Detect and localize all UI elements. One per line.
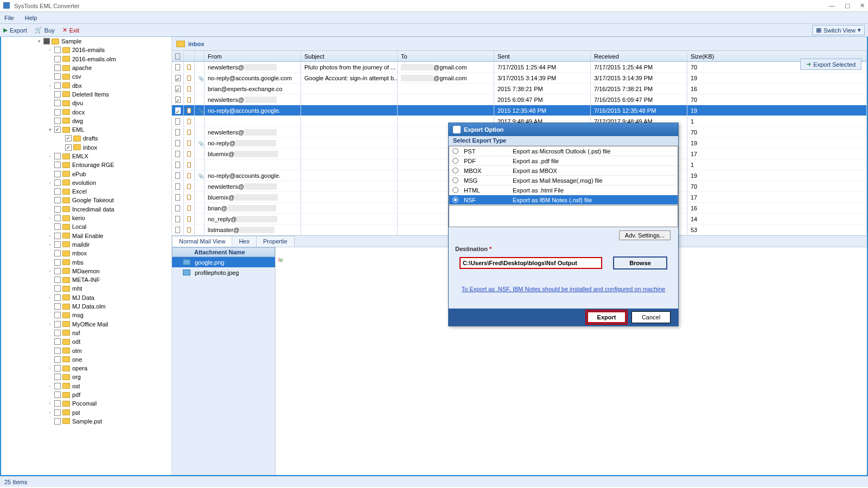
tree-checkbox[interactable]	[54, 126, 61, 133]
tree-checkbox[interactable]	[54, 109, 61, 115]
tree-checkbox[interactable]	[54, 171, 61, 177]
tree-item[interactable]: › MJ Data	[1, 293, 171, 302]
tree-checkbox[interactable]	[54, 330, 61, 336]
browse-button[interactable]: Browse	[613, 256, 667, 269]
tree-checkbox[interactable]	[54, 250, 61, 256]
row-checkbox[interactable]	[175, 205, 180, 211]
row-checkbox[interactable]	[175, 97, 181, 103]
tree-item[interactable]: › 2016-emails	[1, 46, 171, 54]
tree-item[interactable]: ePub	[1, 169, 171, 178]
expand-icon[interactable]: ›	[47, 365, 53, 371]
tree-checkbox[interactable]	[54, 223, 61, 230]
tree-checkbox[interactable]	[54, 303, 61, 310]
attachment-row[interactable]: profilephoto.jpeg	[172, 267, 275, 278]
col-from[interactable]: From	[205, 51, 301, 61]
tree-checkbox[interactable]	[54, 153, 61, 159]
tree-item[interactable]: › pst	[1, 408, 171, 416]
tree-checkbox[interactable]	[54, 374, 61, 380]
tree-checkbox[interactable]	[54, 47, 61, 53]
expand-icon[interactable]: ›	[47, 180, 53, 185]
tree-checkbox[interactable]	[43, 38, 50, 44]
select-all-checkbox[interactable]	[175, 53, 180, 60]
expand-icon[interactable]: ›	[47, 233, 53, 239]
row-checkbox[interactable]	[175, 162, 180, 168]
tree-checkbox[interactable]	[54, 241, 61, 248]
col-subject[interactable]: Subject	[301, 51, 398, 61]
row-checkbox[interactable]	[175, 172, 180, 179]
tree-item[interactable]: › kerio	[1, 214, 171, 222]
minimize-button[interactable]: —	[829, 2, 835, 9]
tree-item[interactable]: Entourage RGE	[1, 160, 171, 169]
tree-checkbox[interactable]	[54, 118, 61, 124]
tree-checkbox[interactable]	[54, 233, 61, 239]
tree-checkbox[interactable]	[54, 312, 61, 318]
tree-item[interactable]: › maildir	[1, 240, 171, 249]
tree-item[interactable]: msg	[1, 311, 171, 319]
mail-row[interactable]: no-reply@accounts.google. 2015 12:35:48 …	[172, 105, 867, 116]
export-format-option[interactable]: MSG Export as Mail Message(.msg) file	[449, 176, 678, 185]
tree-checkbox[interactable]	[54, 56, 61, 62]
radio-icon[interactable]	[452, 187, 458, 193]
maximize-button[interactable]: ▢	[845, 2, 850, 9]
expand-icon[interactable]: ›	[47, 153, 53, 159]
tree-checkbox[interactable]	[54, 65, 61, 71]
close-button[interactable]: ✕	[860, 2, 865, 9]
tree-item[interactable]: Excel	[1, 187, 171, 196]
tree-item[interactable]: drafts	[1, 134, 171, 143]
tree-checkbox[interactable]	[54, 294, 61, 301]
tree-checkbox[interactable]	[54, 409, 61, 416]
mail-row[interactable]: no-reply@accounts.google.com Google Acco…	[172, 73, 867, 84]
row-checkbox[interactable]	[175, 118, 180, 125]
tree-item[interactable]: ▾ Sample	[1, 37, 171, 46]
row-checkbox[interactable]	[175, 140, 180, 146]
row-checkbox[interactable]	[175, 151, 180, 157]
tree-item[interactable]: Local	[1, 222, 171, 231]
tree-checkbox[interactable]	[54, 259, 61, 266]
switch-view-button[interactable]: ▦ Switch View ▾	[812, 25, 865, 35]
tree-item[interactable]: › EMLX	[1, 152, 171, 160]
tree-checkbox[interactable]	[54, 321, 61, 328]
tree-checkbox[interactable]	[54, 285, 61, 292]
tab-hex[interactable]: Hex	[232, 236, 257, 247]
buy-button[interactable]: 🛒 Buy	[35, 27, 55, 34]
expand-icon[interactable]: ›	[47, 242, 53, 247]
radio-icon[interactable]	[452, 158, 458, 164]
row-checkbox[interactable]	[175, 183, 180, 190]
tree-checkbox[interactable]	[54, 179, 61, 186]
tree-item[interactable]: › MDaemon	[1, 267, 171, 275]
expand-icon[interactable]: ›	[47, 215, 53, 221]
tree-item[interactable]: docx	[1, 107, 171, 116]
tree-checkbox[interactable]	[54, 400, 61, 407]
tree-checkbox[interactable]	[54, 162, 61, 168]
export-format-option[interactable]: MBOX Export as MBOX	[449, 166, 678, 176]
destination-input[interactable]	[459, 257, 602, 269]
row-checkbox[interactable]	[175, 194, 180, 201]
tab-normal[interactable]: Normal Mail View	[172, 236, 232, 247]
expand-icon[interactable]: ›	[47, 295, 53, 300]
tree-item[interactable]: 2016-emails.olm	[1, 55, 171, 63]
row-checkbox[interactable]	[175, 75, 181, 81]
tree-item[interactable]: › dbx	[1, 81, 171, 89]
export-selected-button[interactable]: ➜ Export Selected	[800, 59, 861, 70]
tree-item[interactable]: one	[1, 355, 171, 364]
exit-button[interactable]: ✕ Exit	[62, 27, 79, 34]
export-button[interactable]: ▶ Export	[3, 27, 27, 34]
export-format-option[interactable]: PST Export as Microsoft Outlook (.pst) f…	[449, 146, 678, 156]
tree-checkbox[interactable]	[54, 91, 61, 98]
tree-checkbox[interactable]	[54, 418, 61, 425]
tree-item[interactable]: mht	[1, 284, 171, 293]
menu-file[interactable]: File	[4, 15, 14, 21]
tree-checkbox[interactable]	[54, 215, 61, 221]
radio-icon[interactable]	[452, 168, 458, 174]
tree-item[interactable]: olm	[1, 346, 171, 355]
tree-checkbox[interactable]	[54, 338, 61, 345]
export-format-option[interactable]: PDF Export as .pdf file	[449, 156, 678, 166]
tree-item[interactable]: djvu	[1, 99, 171, 107]
tree-item[interactable]: mbox	[1, 249, 171, 258]
tree-item[interactable]: dwg	[1, 117, 171, 125]
radio-icon[interactable]	[452, 177, 458, 183]
nsf-note-link[interactable]: To Export as .NSF, IBM Notes should be i…	[462, 286, 665, 292]
radio-icon[interactable]	[452, 148, 458, 154]
tree-item[interactable]: ▾ EML	[1, 125, 171, 134]
tree-checkbox[interactable]	[54, 391, 61, 398]
